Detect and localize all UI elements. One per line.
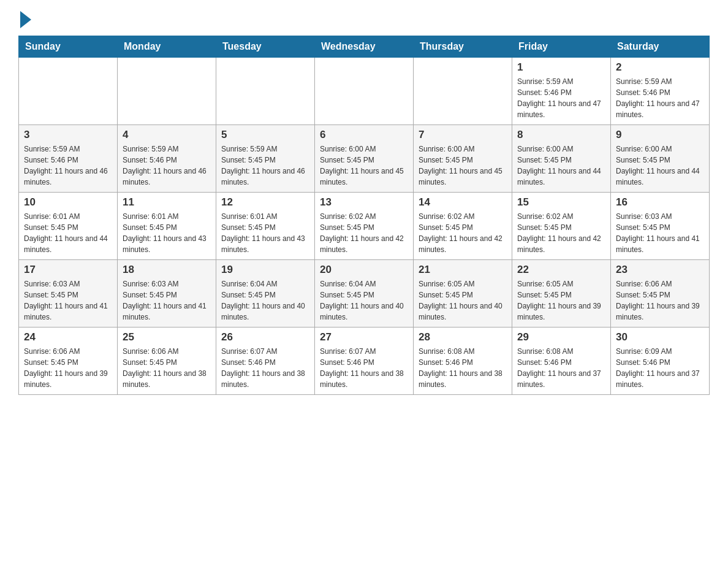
day-info: Sunrise: 6:07 AMSunset: 5:46 PMDaylight:… (320, 346, 408, 390)
calendar-cell: 24Sunrise: 6:06 AMSunset: 5:45 PMDayligh… (19, 327, 118, 395)
calendar-cell: 29Sunrise: 6:08 AMSunset: 5:46 PMDayligh… (512, 327, 611, 395)
calendar-cell: 2Sunrise: 5:59 AMSunset: 5:46 PMDaylight… (611, 58, 710, 125)
calendar-cell (118, 58, 216, 125)
week-row-4: 17Sunrise: 6:03 AMSunset: 5:45 PMDayligh… (19, 260, 710, 327)
day-number: 13 (320, 196, 408, 209)
calendar-cell: 11Sunrise: 6:01 AMSunset: 5:45 PMDayligh… (118, 193, 216, 260)
day-info: Sunrise: 6:06 AMSunset: 5:45 PMDaylight:… (123, 346, 211, 390)
day-info: Sunrise: 6:06 AMSunset: 5:45 PMDaylight:… (616, 278, 704, 323)
calendar-cell: 17Sunrise: 6:03 AMSunset: 5:45 PMDayligh… (19, 260, 118, 327)
day-number: 6 (320, 129, 408, 141)
day-number: 2 (616, 61, 704, 74)
days-of-week-row: SundayMondayTuesdayWednesdayThursdayFrid… (19, 36, 710, 58)
day-number: 30 (616, 331, 704, 343)
day-number: 22 (517, 264, 605, 276)
day-number: 14 (419, 196, 507, 209)
day-number: 26 (221, 331, 309, 343)
calendar-cell: 10Sunrise: 6:01 AMSunset: 5:45 PMDayligh… (19, 193, 118, 260)
day-info: Sunrise: 6:02 AMSunset: 5:45 PMDaylight:… (419, 211, 507, 255)
day-info: Sunrise: 6:07 AMSunset: 5:46 PMDaylight:… (221, 346, 309, 390)
week-row-1: 1Sunrise: 5:59 AMSunset: 5:46 PMDaylight… (19, 58, 710, 125)
calendar-table: SundayMondayTuesdayWednesdayThursdayFrid… (18, 36, 710, 395)
day-number: 17 (24, 264, 112, 276)
day-info: Sunrise: 5:59 AMSunset: 5:46 PMDaylight:… (123, 144, 211, 188)
day-number: 15 (517, 196, 605, 209)
day-number: 8 (517, 129, 605, 141)
day-info: Sunrise: 5:59 AMSunset: 5:45 PMDaylight:… (221, 144, 309, 188)
day-info: Sunrise: 6:01 AMSunset: 5:45 PMDaylight:… (24, 211, 112, 255)
calendar-cell: 5Sunrise: 5:59 AMSunset: 5:45 PMDaylight… (216, 125, 315, 193)
day-header-tuesday: Tuesday (216, 36, 315, 58)
day-info: Sunrise: 6:03 AMSunset: 5:45 PMDaylight:… (123, 278, 211, 323)
calendar-cell: 19Sunrise: 6:04 AMSunset: 5:45 PMDayligh… (216, 260, 315, 327)
day-number: 3 (24, 129, 112, 141)
calendar-cell (216, 58, 315, 125)
calendar-cell: 9Sunrise: 6:00 AMSunset: 5:45 PMDaylight… (611, 125, 710, 193)
calendar-cell: 3Sunrise: 5:59 AMSunset: 5:46 PMDaylight… (19, 125, 118, 193)
day-number: 7 (419, 129, 507, 141)
calendar-cell: 27Sunrise: 6:07 AMSunset: 5:46 PMDayligh… (315, 327, 414, 395)
day-number: 16 (616, 196, 704, 209)
day-header-wednesday: Wednesday (315, 36, 414, 58)
day-header-friday: Friday (512, 36, 611, 58)
calendar-cell: 7Sunrise: 6:00 AMSunset: 5:45 PMDaylight… (414, 125, 512, 193)
day-info: Sunrise: 5:59 AMSunset: 5:46 PMDaylight:… (24, 144, 112, 188)
calendar-cell: 1Sunrise: 5:59 AMSunset: 5:46 PMDaylight… (512, 58, 611, 125)
calendar-cell: 12Sunrise: 6:01 AMSunset: 5:45 PMDayligh… (216, 193, 315, 260)
week-row-3: 10Sunrise: 6:01 AMSunset: 5:45 PMDayligh… (19, 193, 710, 260)
day-number: 27 (320, 331, 408, 343)
day-info: Sunrise: 6:04 AMSunset: 5:45 PMDaylight:… (221, 278, 309, 323)
day-number: 10 (24, 196, 112, 209)
day-info: Sunrise: 6:05 AMSunset: 5:45 PMDaylight:… (419, 278, 507, 323)
day-number: 28 (419, 331, 507, 343)
calendar-cell (414, 58, 512, 125)
calendar-cell: 16Sunrise: 6:03 AMSunset: 5:45 PMDayligh… (611, 193, 710, 260)
day-info: Sunrise: 6:00 AMSunset: 5:45 PMDaylight:… (320, 144, 408, 188)
day-info: Sunrise: 6:04 AMSunset: 5:45 PMDaylight:… (320, 278, 408, 323)
day-number: 9 (616, 129, 704, 141)
calendar-header: SundayMondayTuesdayWednesdayThursdayFrid… (19, 36, 710, 58)
day-info: Sunrise: 6:00 AMSunset: 5:45 PMDaylight:… (616, 144, 704, 188)
calendar-cell (315, 58, 414, 125)
day-number: 18 (123, 264, 211, 276)
calendar-cell: 4Sunrise: 5:59 AMSunset: 5:46 PMDaylight… (118, 125, 216, 193)
day-info: Sunrise: 6:06 AMSunset: 5:45 PMDaylight:… (24, 346, 112, 390)
day-info: Sunrise: 6:00 AMSunset: 5:45 PMDaylight:… (419, 144, 507, 188)
calendar-cell: 8Sunrise: 6:00 AMSunset: 5:45 PMDaylight… (512, 125, 611, 193)
day-info: Sunrise: 6:08 AMSunset: 5:46 PMDaylight:… (517, 346, 605, 390)
logo (18, 12, 31, 23)
week-row-2: 3Sunrise: 5:59 AMSunset: 5:46 PMDaylight… (19, 125, 710, 193)
calendar-cell: 28Sunrise: 6:08 AMSunset: 5:46 PMDayligh… (414, 327, 512, 395)
day-number: 29 (517, 331, 605, 343)
day-number: 25 (123, 331, 211, 343)
week-row-5: 24Sunrise: 6:06 AMSunset: 5:45 PMDayligh… (19, 327, 710, 395)
day-info: Sunrise: 6:02 AMSunset: 5:45 PMDaylight:… (517, 211, 605, 255)
day-info: Sunrise: 6:01 AMSunset: 5:45 PMDaylight:… (221, 211, 309, 255)
calendar-cell (19, 58, 118, 125)
day-info: Sunrise: 6:05 AMSunset: 5:45 PMDaylight:… (517, 278, 605, 323)
day-number: 23 (616, 264, 704, 276)
calendar-body: 1Sunrise: 5:59 AMSunset: 5:46 PMDaylight… (19, 58, 710, 395)
calendar-cell: 6Sunrise: 6:00 AMSunset: 5:45 PMDaylight… (315, 125, 414, 193)
day-header-saturday: Saturday (611, 36, 710, 58)
calendar-cell: 20Sunrise: 6:04 AMSunset: 5:45 PMDayligh… (315, 260, 414, 327)
day-number: 20 (320, 264, 408, 276)
day-header-thursday: Thursday (414, 36, 512, 58)
day-info: Sunrise: 6:01 AMSunset: 5:45 PMDaylight:… (123, 211, 211, 255)
day-info: Sunrise: 6:08 AMSunset: 5:46 PMDaylight:… (419, 346, 507, 390)
day-info: Sunrise: 5:59 AMSunset: 5:46 PMDaylight:… (517, 76, 605, 120)
calendar-cell: 25Sunrise: 6:06 AMSunset: 5:45 PMDayligh… (118, 327, 216, 395)
day-number: 19 (221, 264, 309, 276)
day-header-sunday: Sunday (19, 36, 118, 58)
day-number: 24 (24, 331, 112, 343)
calendar-cell: 15Sunrise: 6:02 AMSunset: 5:45 PMDayligh… (512, 193, 611, 260)
day-info: Sunrise: 5:59 AMSunset: 5:46 PMDaylight:… (616, 76, 704, 120)
day-number: 4 (123, 129, 211, 141)
day-number: 11 (123, 196, 211, 209)
day-info: Sunrise: 6:02 AMSunset: 5:45 PMDaylight:… (320, 211, 408, 255)
calendar-cell: 14Sunrise: 6:02 AMSunset: 5:45 PMDayligh… (414, 193, 512, 260)
day-info: Sunrise: 6:03 AMSunset: 5:45 PMDaylight:… (616, 211, 704, 255)
day-info: Sunrise: 6:09 AMSunset: 5:46 PMDaylight:… (616, 346, 704, 390)
calendar-cell: 22Sunrise: 6:05 AMSunset: 5:45 PMDayligh… (512, 260, 611, 327)
day-number: 1 (517, 61, 605, 74)
